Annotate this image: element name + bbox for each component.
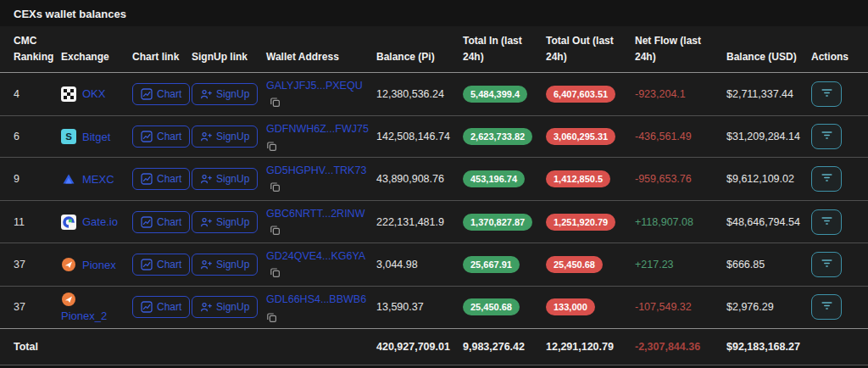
table-row: 11 Gate.io Chart <box>0 200 868 243</box>
chart-button-label: Chart <box>157 259 181 270</box>
wallet-address-link[interactable]: GDFNWH6Z...FWJ75 <box>266 123 369 135</box>
column-header-actions: Actions <box>811 26 868 73</box>
signup-button-label: SignUp <box>216 216 249 228</box>
copy-icon[interactable] <box>266 312 277 323</box>
exchange-cell: S Bitget <box>61 129 125 144</box>
signup-button[interactable]: SignUp <box>192 168 258 190</box>
line-chart-icon <box>141 216 153 228</box>
table-row: 4 OKX Chart <box>0 73 868 116</box>
exchange-cell: Pionex <box>61 257 125 272</box>
table-row: 37 Pionex_2 Chart <box>0 286 868 328</box>
total-label: Total <box>0 328 61 365</box>
exchange-cell: MEXC <box>61 171 125 187</box>
chart-button[interactable]: Chart <box>132 168 190 190</box>
total-in-badge: 2,623,733.82 <box>463 128 532 145</box>
chart-button-label: Chart <box>157 88 181 100</box>
copy-icon[interactable] <box>270 225 281 236</box>
chart-button[interactable]: Chart <box>132 125 190 148</box>
net-flow-value: +217.23 <box>635 259 674 270</box>
actions-filter-button[interactable] <box>811 124 842 149</box>
wallet-address-cell: GALYJFJ5...PXEQU <box>266 80 363 108</box>
user-plus-icon <box>200 259 212 270</box>
cmc-ranking-value: 11 <box>0 200 61 243</box>
signup-button[interactable]: SignUp <box>192 211 258 233</box>
exchange-link[interactable]: MEXC <box>82 173 114 186</box>
total-out-badge: 1,412,850.5 <box>546 170 610 187</box>
net-flow-value: -107,549.32 <box>635 301 692 313</box>
chart-button-label: Chart <box>157 131 181 142</box>
wallet-address-cell: GDL66HS4...BBWB6 <box>266 293 370 323</box>
exchange-cell: OKX <box>61 86 125 102</box>
actions-filter-button[interactable] <box>811 209 842 235</box>
total-out-badge: 1,251,920.79 <box>546 214 615 231</box>
wallet-address-link[interactable]: GD5HGPHV...TRK73 <box>266 164 366 176</box>
exchange-link[interactable]: Pionex_2 <box>61 309 107 322</box>
total-out-badge: 6,407,603.51 <box>546 86 615 103</box>
pionex-exchange-icon <box>61 292 76 307</box>
filter-funnel-icon <box>821 130 833 143</box>
total-balance-pi: 420,927,709.01 <box>376 328 463 365</box>
actions-filter-button[interactable] <box>811 166 842 192</box>
actions-filter-button[interactable] <box>811 81 842 107</box>
exchange-link[interactable]: OKX <box>82 87 105 100</box>
filter-funnel-icon <box>821 300 833 314</box>
copy-icon[interactable] <box>270 267 281 278</box>
column-header-cmc-ranking: CMC Ranking <box>0 26 61 73</box>
wallet-address-link[interactable]: GD24QVE4...KG6YA <box>266 250 365 262</box>
chart-button[interactable]: Chart <box>132 211 190 233</box>
total-in-badge: 1,370,827.87 <box>463 214 532 231</box>
balance-usd-value: $9,612,109.02 <box>726 158 811 201</box>
chart-button[interactable]: Chart <box>132 296 190 318</box>
table-row: 9 MEXC Chart <box>0 158 868 201</box>
balance-pi-value: 12,380,536.24 <box>376 73 463 116</box>
wallet-address-link[interactable]: GBC6NRTT...2RINW <box>266 208 364 220</box>
balance-usd-value: $31,209,284.14 <box>726 115 811 158</box>
chart-button-label: Chart <box>157 173 181 185</box>
balance-usd-value: $2,976.29 <box>726 286 811 328</box>
signup-button[interactable]: SignUp <box>192 83 258 105</box>
copy-icon[interactable] <box>270 97 281 108</box>
wallet-address-cell: GBC6NRTT...2RINW <box>266 208 364 236</box>
filter-funnel-icon <box>821 172 833 186</box>
user-plus-icon <box>200 173 212 185</box>
balance-usd-value: $666.85 <box>726 243 811 287</box>
exchange-cell: Gate.io <box>61 215 125 230</box>
copy-icon[interactable] <box>266 141 277 152</box>
table-header-row: CMC RankingExchangeChart linkSignUp link… <box>0 26 868 73</box>
total-in: 9,983,276.42 <box>463 328 546 365</box>
exchange-cell: Pionex_2 <box>61 292 125 322</box>
copy-icon[interactable] <box>270 181 281 192</box>
exchange-link[interactable]: Gate.io <box>82 215 118 228</box>
wallet-address-link[interactable]: GDL66HS4...BBWB6 <box>266 293 366 305</box>
wallet-address-cell: GD24QVE4...KG6YA <box>266 250 365 278</box>
net-flow-value: -959,653.76 <box>635 173 692 185</box>
table-row: 6 S Bitget Chart <box>0 115 868 158</box>
balance-usd-value: $48,646,794.54 <box>726 200 811 243</box>
total-balance-usd: $92,183,168.27 <box>726 328 811 365</box>
mexc-exchange-icon <box>61 171 76 187</box>
total-out-badge: 3,060,295.31 <box>546 128 615 145</box>
column-header-total-in-last-24h: Total In (last 24h) <box>463 26 546 73</box>
signup-button[interactable]: SignUp <box>192 125 258 148</box>
total-in-badge: 453,196.74 <box>463 170 525 187</box>
user-plus-icon <box>200 216 212 228</box>
signup-button[interactable]: SignUp <box>192 254 258 276</box>
column-header-balance-pi: Balance (Pi) <box>376 26 463 73</box>
chart-button[interactable]: Chart <box>132 83 190 105</box>
total-out-badge: 25,450.68 <box>546 256 603 273</box>
actions-filter-button[interactable] <box>811 294 842 320</box>
exchange-link[interactable]: Bitget <box>82 131 110 143</box>
total-out-badge: 133,000 <box>546 298 595 315</box>
user-plus-icon <box>200 88 212 100</box>
filter-funnel-icon <box>821 87 833 101</box>
exchange-link[interactable]: Pionex <box>82 259 116 271</box>
column-header-balance-usd: Balance (USD) <box>726 26 811 73</box>
chart-button[interactable]: Chart <box>132 254 190 276</box>
wallet-address-link[interactable]: GALYJFJ5...PXEQU <box>266 80 363 92</box>
signup-button[interactable]: SignUp <box>192 296 258 318</box>
actions-filter-button[interactable] <box>811 252 842 277</box>
line-chart-icon <box>141 259 153 270</box>
signup-button-label: SignUp <box>216 88 249 100</box>
chart-button-label: Chart <box>157 301 181 313</box>
column-header-exchange: Exchange <box>61 26 132 73</box>
